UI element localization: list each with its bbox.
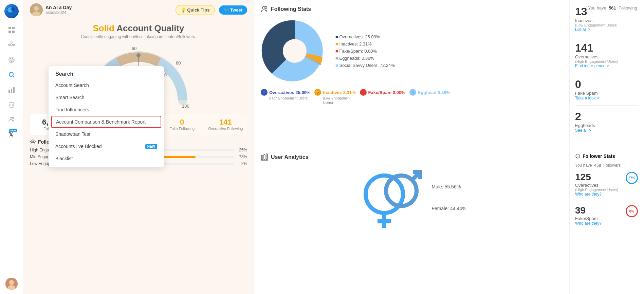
stat-overactive-following: 141 Overactive Following <box>204 114 247 135</box>
quick-tips-button[interactable]: 💡 Quick Tips <box>176 5 215 15</box>
fsi-fakespam-link[interactable]: Who are they? <box>575 221 602 226</box>
badge-inactives-header: 😴 Inactives 2.31% <box>314 89 355 96</box>
fsi-overactives-label: Overactives <box>575 183 618 188</box>
overactive-following-number: 141 <box>208 118 243 127</box>
svg-text:100: 100 <box>182 104 189 109</box>
svg-rect-6 <box>12 31 15 33</box>
sidebar-item-x[interactable]: 𝕏 NEW <box>5 128 18 141</box>
fsi-overactives-link[interactable]: Who are they? <box>575 192 618 197</box>
sidebar: 𝕏 NEW <box>0 0 23 294</box>
rs-eggheads-link[interactable]: See all > <box>575 128 639 133</box>
left-panel: An AI a Day aitools2024 💡 Quick Tips 🐦 T… <box>23 0 254 294</box>
dropdown-item-find-influencers[interactable]: Find Influencers <box>49 104 164 116</box>
sidebar-item-target[interactable] <box>5 54 18 66</box>
svg-point-8 <box>11 42 12 43</box>
rs-fakespam-label: Fake Spam <box>575 91 639 96</box>
svg-text:𝕏: 𝕏 <box>9 132 13 137</box>
svg-rect-46 <box>261 155 263 160</box>
gender-area: Male: 55.56% Female: 44.44% <box>261 164 563 232</box>
fsi-fakespam-label: Fake/Spam <box>575 216 602 221</box>
pie-svg <box>261 17 329 85</box>
sidebar-item-dashboard[interactable] <box>5 24 18 36</box>
user-avatar[interactable] <box>5 278 18 290</box>
sidebar-item-analytics[interactable] <box>5 84 18 96</box>
stat-fake-following: 0 Fake Following <box>161 114 204 135</box>
dropdown-item-accounts-blocked[interactable]: Accounts I've Blocked NEW <box>49 140 164 152</box>
pie-chart <box>261 17 329 85</box>
rs-overactives-label: Overactives <box>575 54 639 59</box>
account-name: An AI a Day <box>45 5 72 10</box>
follower-stats-header: Follower Stats <box>575 153 639 159</box>
sidebar-item-network[interactable] <box>5 39 18 51</box>
dropdown-item-blacklist[interactable]: Blacklist <box>49 152 164 165</box>
user-analytics-header: User Analytics <box>261 153 563 161</box>
badge-fakespam-label: Fake/Spam 0.00% <box>368 90 405 95</box>
rs-fakespam: 0 Fake Spam Take a look > <box>575 78 639 106</box>
legend-social-savvy: ■ Social Savvy Users: 72.24% <box>335 63 395 68</box>
app-logo[interactable] <box>4 4 19 18</box>
sidebar-item-users[interactable] <box>5 113 18 126</box>
rs-overactives-link[interactable]: Find inner peace > <box>575 63 639 68</box>
fsi-overactives-sublabel: (High Engagement Users) <box>575 188 618 192</box>
fake-following-number: 0 <box>165 118 200 127</box>
follower-stats-title: Follower Stats <box>583 153 615 159</box>
svg-rect-20 <box>11 89 12 93</box>
badge-overactives-label: Overactives 25.09% <box>269 90 310 95</box>
rs-inactives-sublabel: (Low Engagement Users) <box>575 23 639 27</box>
badge-inactives-label: Inactives 2.31% <box>323 90 355 95</box>
rs-inactives-link[interactable]: List all > <box>575 27 639 32</box>
svg-point-17 <box>9 72 13 76</box>
char-pct-low: 2% <box>237 161 247 166</box>
gender-labels: Male: 55.56% Female: 44.44% <box>432 184 466 211</box>
svg-point-29 <box>9 280 14 285</box>
svg-point-16 <box>11 59 12 60</box>
dropdown-item-account-search[interactable]: Account Search <box>49 79 164 91</box>
dropdown-item-smart-search[interactable]: Smart Search <box>49 91 164 104</box>
dropdown-item-shadowban[interactable]: Shadowban Test <box>49 128 164 140</box>
main-content: An AI a Day aitools2024 💡 Quick Tips 🐦 T… <box>23 0 644 294</box>
legend-eggheads: ■ Eggheads: 0.36% <box>335 56 395 61</box>
fakespam-pct-circle: 8% <box>626 205 638 217</box>
svg-rect-4 <box>12 27 15 29</box>
tweet-button[interactable]: 🐦 Tweet <box>219 5 247 15</box>
following-stats-header: Following Stats <box>261 5 563 13</box>
dropdown-item-benchmark-report[interactable]: Account Comparison & Benchmark Report <box>51 116 161 128</box>
gender-svg <box>357 160 425 235</box>
top-bar: An AI a Day aitools2024 💡 Quick Tips 🐦 T… <box>23 0 254 20</box>
quality-title-solid: Solid <box>93 23 114 33</box>
legend-inactives: ■ Inactives: 2.31% <box>335 41 395 47</box>
svg-rect-19 <box>8 90 10 93</box>
fsi-overactives-number: 125 <box>575 172 618 183</box>
inactives-icon: 😴 <box>314 89 321 96</box>
rs-overactives-number: 141 <box>575 42 639 54</box>
pie-area: ■ Overactives: 25.09% ■ Inactives: 2.31%… <box>261 17 563 85</box>
rs-inactives-label: Inactives <box>575 18 639 23</box>
svg-point-45 <box>283 39 307 63</box>
fakespam-icon: 🚫 <box>360 89 367 96</box>
svg-rect-21 <box>13 87 15 93</box>
female-label-text: Female: 44.44% <box>432 206 466 211</box>
stat-badges: 👤 Overactives 25.09% (High Engagement Us… <box>261 89 563 105</box>
svg-point-26 <box>12 117 14 119</box>
male-label-text: Male: 55.56% <box>432 184 461 189</box>
fsi-right-overactives: 27% <box>625 172 639 184</box>
rs-fakespam-link[interactable]: Take a look > <box>575 96 639 100</box>
badge-fakespam: 🚫 Fake/Spam 0.00% <box>360 89 405 105</box>
svg-rect-3 <box>8 27 11 29</box>
new-badge: NEW <box>9 129 17 132</box>
overactive-following-label: Overactive Following <box>208 127 243 131</box>
account-details: An AI a Day aitools2024 <box>45 5 72 15</box>
search-dropdown: Search Account Search Smart Search Find … <box>49 66 164 167</box>
quality-section: Solid Account Quality Consistently engag… <box>23 20 254 39</box>
quality-title: Solid Account Quality <box>30 23 247 34</box>
svg-point-32 <box>34 6 39 11</box>
dropdown-section-title: Search <box>49 69 164 79</box>
svg-point-25 <box>10 117 12 120</box>
follower-stats-panel: Follower Stats You have 458 Followers 12… <box>569 148 644 294</box>
quality-subtitle: Consistently engaging without/less fake/… <box>30 34 247 39</box>
user-analytics-left: User Analytics <box>254 148 569 294</box>
sidebar-item-trash[interactable] <box>5 98 18 111</box>
sidebar-item-search[interactable] <box>5 69 18 81</box>
badge-overactives-sub: (High Engagement Users) <box>269 96 309 100</box>
pie-legend: ■ Overactives: 25.09% ■ Inactives: 2.31%… <box>335 34 395 68</box>
